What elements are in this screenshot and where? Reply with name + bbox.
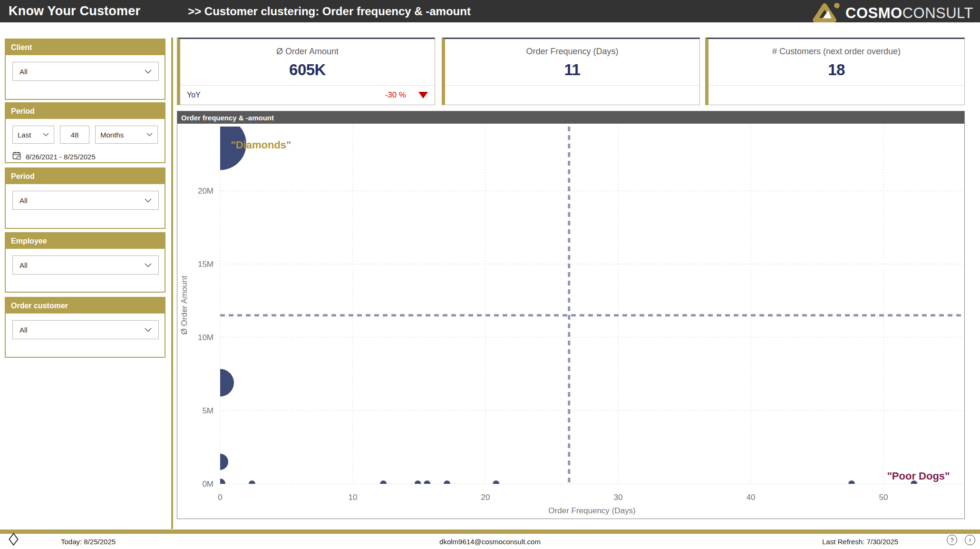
footer-divider — [0, 529, 980, 534]
brand-name: COSMOCONSULT — [845, 5, 973, 22]
cosmo-logo-icon — [811, 2, 841, 25]
client-dropdown[interactable]: All — [12, 62, 159, 81]
filter-card-period-title: Period — [6, 103, 165, 119]
kpi-title: Ø Order Amount — [180, 47, 435, 57]
y-axis-title: Ø Order Amount — [180, 275, 189, 334]
x-tick-label: 50 — [879, 493, 888, 502]
scatter-point[interactable] — [444, 480, 450, 487]
x-tick-label: 40 — [747, 493, 756, 502]
triangle-down-icon — [418, 92, 428, 98]
period-count-value: 48 — [71, 131, 79, 139]
period-dropdown-value: All — [19, 196, 28, 205]
order-customer-dropdown[interactable]: All — [12, 320, 159, 339]
yoy-label: YoY — [187, 91, 201, 99]
scatter-point[interactable] — [380, 480, 387, 487]
order-customer-dropdown-value: All — [19, 326, 28, 334]
content-divider — [171, 38, 173, 529]
x-axis-title: Order Frequency (Days) — [548, 506, 635, 515]
scatter-plot: 010203040500M5M10M15M20MOrder Frequency … — [177, 124, 964, 519]
annotation-label: "Diamonds" — [231, 139, 291, 151]
scatter-point[interactable] — [848, 480, 855, 487]
filter-card-client: Client All — [5, 39, 165, 100]
period-mode-dropdown[interactable]: Last — [12, 126, 54, 144]
kpi-value: 18 — [708, 61, 964, 79]
chevron-down-icon — [43, 133, 49, 137]
employee-dropdown[interactable]: All — [12, 255, 159, 274]
filter-card-order-customer: Order customer All — [5, 297, 165, 358]
filter-card-client-title: Client — [6, 39, 165, 55]
kpi-value: 11 — [445, 61, 699, 79]
chevron-down-icon — [145, 328, 152, 332]
x-tick-label: 30 — [614, 493, 623, 502]
kpi-title: Order Frequency (Days) — [445, 47, 699, 57]
y-tick-label: 20M — [198, 186, 213, 196]
bubble[interactable] — [215, 479, 225, 489]
filter-card-employee-title: Employee — [6, 233, 165, 249]
page-title: >> Customer clustering: Order frequency … — [188, 5, 471, 18]
period-mode-value: Last — [18, 131, 31, 139]
scatter-point[interactable] — [493, 480, 499, 487]
x-tick-label: 10 — [349, 493, 358, 502]
kpi-value: 605K — [180, 61, 435, 79]
last-refresh: Last Refresh: 7/30/2025 — [822, 538, 898, 546]
y-tick-label: 5M — [202, 406, 213, 415]
chevron-down-icon — [145, 69, 152, 74]
y-tick-label: 0M — [202, 480, 213, 489]
filter-card-employee: Employee All — [5, 232, 165, 293]
x-tick-label: 20 — [481, 493, 490, 502]
filter-card-order-customer-title: Order customer — [6, 298, 165, 314]
bubble[interactable] — [206, 369, 234, 396]
kpi-title: # Customers (next order overdue) — [708, 47, 964, 57]
chart-panel: Order frequency & -amount 010203040500M5… — [177, 111, 965, 519]
brand-name-bold: COSMO — [845, 5, 902, 21]
period-dropdown[interactable]: All — [12, 191, 159, 210]
kpi-card-order-frequency: Order Frequency (Days) 11 — [442, 38, 700, 105]
x-tick-label: 0 — [218, 493, 222, 502]
app-header: Know Your Customer >> Customer clusterin… — [0, 0, 980, 22]
bubble[interactable] — [212, 454, 228, 470]
kpi-card-order-amount: Ø Order Amount 605K YoY -30 % — [177, 38, 435, 105]
scatter-point[interactable] — [424, 480, 430, 487]
client-dropdown-value: All — [19, 68, 28, 76]
chevron-down-icon — [146, 133, 153, 137]
employee-dropdown-value: All — [19, 261, 28, 269]
y-tick-label: 15M — [198, 260, 213, 269]
divider — [708, 85, 964, 86]
chart-title: Order frequency & -amount — [177, 111, 964, 124]
status-bar: Today: 8/25/2025 dkolm9614@cosmoconsult.… — [0, 534, 980, 549]
app-title: Know Your Customer — [9, 4, 140, 19]
period-count-input[interactable]: 48 — [60, 126, 89, 144]
period-unit-value: Months — [100, 131, 124, 139]
scatter-point[interactable] — [415, 480, 421, 487]
yoy-value: -30 % — [385, 90, 406, 100]
scatter-point[interactable] — [249, 480, 255, 487]
period-unit-dropdown[interactable]: Months — [95, 126, 158, 144]
period-range-text: 8/26/2021 - 8/25/2025 — [26, 153, 96, 161]
chevron-down-icon — [145, 263, 152, 267]
filter-card-period2-title: Period — [6, 168, 165, 184]
calendar-icon — [12, 151, 21, 162]
chevron-down-icon — [145, 198, 152, 203]
filter-card-period: Period All — [5, 167, 165, 229]
brand-name-light: CONSULT — [902, 5, 973, 21]
help-icon[interactable]: ? — [947, 535, 957, 545]
filter-card-period-relative: Period Last 48 Months — [5, 102, 165, 163]
info-icon[interactable]: i — [965, 535, 975, 545]
brand-logo: COSMOCONSULT — [811, 2, 973, 25]
dashboard-page: Know Your Customer >> Customer clusterin… — [0, 0, 980, 549]
kpi-card-customers-overdue: # Customers (next order overdue) 18 — [705, 38, 965, 105]
divider — [445, 85, 699, 86]
y-tick-label: 10M — [198, 333, 213, 342]
annotation-label: "Poor Dogs" — [887, 470, 950, 482]
